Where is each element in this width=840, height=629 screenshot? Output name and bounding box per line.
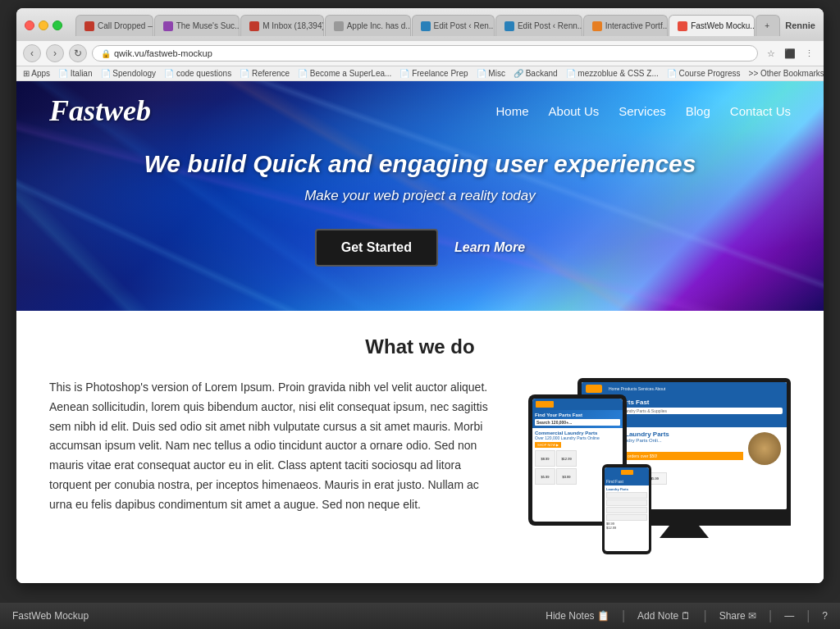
mock-tablet-hero: Find Your Parts Fast Search 120,000+... bbox=[532, 410, 623, 428]
phone: Find Fast Laundry Parts $8.99 $12.99 bbox=[602, 464, 651, 554]
add-note-button[interactable]: Add Note 🗒 bbox=[637, 610, 691, 622]
mock-phone-header bbox=[605, 467, 649, 477]
mock-phone-item-2 bbox=[606, 499, 647, 506]
close-button[interactable] bbox=[25, 21, 34, 30]
new-tab[interactable]: + bbox=[756, 15, 780, 36]
bookmark-backand[interactable]: 🔗 Backand bbox=[514, 69, 558, 78]
minimize-button[interactable] bbox=[39, 21, 48, 30]
tab-3-icon bbox=[249, 21, 259, 31]
divider-3: | bbox=[769, 608, 772, 623]
mock-phone-item-1 bbox=[606, 492, 647, 499]
bookmark-italian[interactable]: 📄 Italian bbox=[58, 69, 92, 78]
cast-icon[interactable]: ⬛ bbox=[782, 45, 798, 62]
bookmark-reference[interactable]: 📄 Reference bbox=[240, 69, 290, 78]
monitor-stand bbox=[660, 526, 709, 538]
bookmark-course[interactable]: 📄 Course Progress bbox=[667, 69, 741, 78]
bookmark-code[interactable]: 📄 code questions bbox=[164, 69, 231, 78]
tab-1-icon bbox=[84, 21, 94, 31]
mock-tablet-find: Find Your Parts Fast bbox=[535, 412, 620, 417]
browser-user-label: Rennie bbox=[785, 21, 815, 30]
divider-4: | bbox=[806, 608, 810, 623]
maximize-button[interactable] bbox=[52, 21, 62, 30]
hero-content: We build Quick and engaging user experie… bbox=[144, 150, 696, 267]
bookmark-freelance[interactable]: 📄 Freelance Prep bbox=[399, 69, 468, 78]
tab-7[interactable]: Interactive Portf... ✕ bbox=[583, 15, 669, 36]
tab-4-icon bbox=[334, 21, 344, 31]
back-button[interactable]: ‹ bbox=[23, 44, 41, 62]
bookmarks-bar: ⊞ Apps 📄 Italian 📄 Spendology 📄 code que… bbox=[16, 66, 824, 81]
mock-header: Home Products Services About bbox=[582, 382, 787, 395]
tab-1[interactable]: Call Dropped – ✕ bbox=[75, 15, 153, 36]
mock-nav: Home Products Services About bbox=[609, 386, 665, 391]
menu-icon[interactable]: ⋮ bbox=[801, 45, 817, 62]
tab-3[interactable]: M Inbox (18,394) ✕ bbox=[240, 15, 323, 36]
browser-top-row: Call Dropped – ✕ The Muse's Suc... ✕ M I… bbox=[25, 15, 815, 36]
get-started-button[interactable]: Get Started bbox=[315, 229, 438, 267]
tab-6[interactable]: Edit Post ‹ Renn... ✕ bbox=[495, 15, 582, 36]
bottom-bar: FastWeb Mockup Hide Notes 📋 | Add Note 🗒… bbox=[0, 603, 840, 629]
refresh-button[interactable]: ↻ bbox=[69, 44, 87, 62]
device-mockup-container: Home Products Services About Find Your P… bbox=[528, 378, 791, 558]
tab-2-label: The Muse's Suc... bbox=[176, 21, 240, 30]
tab-7-label: Interactive Portf... bbox=[605, 21, 669, 30]
browser-titlebar: Call Dropped – ✕ The Muse's Suc... ✕ M I… bbox=[16, 8, 824, 41]
nav-links: Home About Us Services Blog Contact Us bbox=[496, 104, 791, 118]
tab-8-icon bbox=[678, 21, 687, 31]
mock-phone-title: Laundry Parts bbox=[606, 487, 647, 491]
tab-1-label: Call Dropped – bbox=[98, 21, 153, 30]
tab-4[interactable]: Apple Inc. has d... ✕ bbox=[325, 15, 411, 36]
mock-tablet-item-1: $8.99 bbox=[535, 450, 555, 467]
bookmark-superlea[interactable]: 📄 Become a SuperLea... bbox=[298, 69, 391, 78]
site-nav: Fastweb Home About Us Services Blog Cont… bbox=[16, 81, 824, 140]
content-grid: This is Photoshop's version of Lorem Ips… bbox=[49, 378, 791, 558]
forward-button[interactable]: › bbox=[46, 44, 64, 62]
bookmark-misc[interactable]: 📄 Misc bbox=[477, 69, 505, 78]
phone-screen: Find Fast Laundry Parts $8.99 $12.99 bbox=[605, 467, 649, 551]
nav-blog[interactable]: Blog bbox=[686, 104, 710, 118]
nav-about[interactable]: About Us bbox=[549, 104, 600, 118]
tab-4-label: Apple Inc. has d... bbox=[347, 21, 411, 30]
divider-1: | bbox=[622, 608, 625, 623]
hero-buttons: Get Started Learn More bbox=[144, 229, 696, 267]
mock-tablet-item-4: $3.99 bbox=[556, 468, 577, 485]
main-content: What we do This is Photoshop's version o… bbox=[16, 311, 824, 583]
nav-actions: ☆ ⬛ ⋮ bbox=[763, 45, 817, 62]
mock-tablet-header bbox=[532, 399, 623, 410]
tab-8[interactable]: FastWeb Mocku... ✕ bbox=[669, 15, 755, 36]
bookmark-spendology[interactable]: 📄 Spendology bbox=[101, 69, 157, 78]
tab-2[interactable]: The Muse's Suc... ✕ bbox=[154, 15, 240, 36]
divider-2: | bbox=[703, 608, 706, 623]
mock-tablet-search: Search 120,000+... bbox=[535, 419, 620, 426]
share-button[interactable]: Share ✉ bbox=[719, 610, 756, 622]
tab-5-icon bbox=[421, 21, 431, 31]
tab-6-icon bbox=[504, 21, 514, 31]
mock-tablet-sub: Over 120,000 Laundry Parts Online bbox=[535, 435, 620, 440]
tab-3-label: M Inbox (18,394) bbox=[262, 21, 323, 30]
nav-contact[interactable]: Contact Us bbox=[730, 104, 791, 118]
bookmark-star-icon[interactable]: ☆ bbox=[763, 45, 779, 62]
help-button[interactable]: ? bbox=[822, 610, 828, 622]
nav-home[interactable]: Home bbox=[496, 104, 529, 118]
bookmark-mezzoblue[interactable]: 📄 mezzoblue & CSS Z... bbox=[566, 69, 659, 78]
address-bar[interactable]: 🔒 qwik.vu/fastweb-mockup bbox=[92, 45, 758, 62]
mock-phone-content: Find Fast Laundry Parts $8.99 $12.99 bbox=[605, 477, 649, 531]
mock-phone-item-3 bbox=[606, 507, 647, 513]
hero-headline: We build Quick and engaging user experie… bbox=[144, 150, 696, 178]
bookmark-other[interactable]: >> Other Bookmarks bbox=[749, 69, 824, 78]
tab-5[interactable]: Edit Post ‹ Ren... ✕ bbox=[412, 15, 495, 36]
tab-8-label: FastWeb Mocku... bbox=[691, 21, 755, 30]
lock-icon: 🔒 bbox=[101, 49, 111, 58]
hide-notes-button[interactable]: Hide Notes 📋 bbox=[546, 610, 609, 622]
learn-more-link[interactable]: Learn More bbox=[454, 240, 525, 255]
tab-7-icon bbox=[592, 21, 602, 31]
traffic-lights bbox=[25, 21, 62, 30]
mock-phone-item-4 bbox=[606, 514, 647, 521]
nav-services[interactable]: Services bbox=[619, 104, 666, 118]
address-text: qwik.vu/fastweb-mockup bbox=[114, 48, 212, 58]
bookmark-apps[interactable]: ⊞ Apps bbox=[23, 69, 50, 78]
dash-button[interactable]: — bbox=[784, 610, 794, 622]
mock-tablet-shop: SHOP NOW ▶ bbox=[535, 442, 561, 448]
tabs-row: Call Dropped – ✕ The Muse's Suc... ✕ M I… bbox=[75, 15, 780, 36]
mock-phone-logo bbox=[621, 470, 633, 475]
website-content: Fastweb Home About Us Services Blog Cont… bbox=[16, 81, 824, 583]
